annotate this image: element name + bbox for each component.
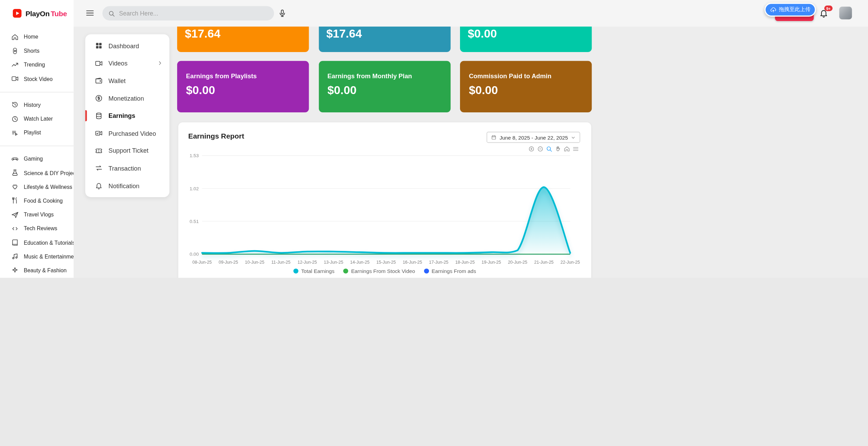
sidebar-item-label: History — [24, 102, 41, 108]
support-ticket-icon — [95, 146, 103, 155]
menu-item-wallet[interactable]: Wallet — [85, 72, 169, 90]
sidebar-item-beauty-fashion[interactable]: Beauty & Fashion — [0, 263, 74, 277]
legend-dot — [424, 268, 429, 273]
menu-item-purchased-video[interactable]: Purchased Video — [85, 124, 169, 142]
sidebar-item-label: Music & Entertainment — [24, 253, 74, 260]
menu-item-earnings[interactable]: Earnings — [85, 107, 169, 125]
summary-card-commission-paid-to-admin: Commission Paid to Admin$0.00 — [460, 61, 592, 112]
sidebar-item-education-tutorials[interactable]: Education & Tutorials — [0, 235, 74, 249]
summary-card-title: Earnings from Monthly Plan — [327, 72, 441, 79]
zoom-out-icon[interactable] — [537, 146, 543, 152]
sidebar-item-home[interactable]: Home — [0, 30, 74, 44]
videos-icon — [95, 59, 103, 68]
earnings-report-card: 0.000.511.021.5308-Jun-2509-Jun-2510-Jun… — [178, 122, 591, 277]
sidebar-item-stock-video[interactable]: Stock Video — [0, 72, 74, 85]
purchased-video-icon — [95, 129, 103, 138]
date-range-value: June 8, 2025 - June 22, 2025 — [500, 134, 568, 141]
sidebar-item-news-commentary[interactable]: News & Commentary — [0, 277, 74, 278]
selection-zoom-icon[interactable] — [546, 146, 552, 152]
legend-item-earnings-from-ads[interactable]: Earnings From ads — [424, 268, 476, 274]
menu-item-label: Dashboard — [109, 42, 139, 49]
sidebar-item-music-entertainment[interactable]: Music & Entertainment — [0, 250, 74, 263]
home-icon — [11, 33, 19, 41]
sidebar-item-label: Stock Video — [24, 76, 53, 82]
zoom-in-icon[interactable] — [528, 146, 535, 152]
chart-legend: Total EarningsEarnings From Stock VideoE… — [178, 268, 591, 274]
chart-menu-icon[interactable] — [572, 146, 579, 152]
svg-text:17-Jun-25: 17-Jun-25 — [429, 260, 448, 265]
sidebar-item-food-cooking[interactable]: Food & Cooking — [0, 194, 74, 207]
notification-icon — [95, 182, 103, 190]
music-icon — [11, 253, 19, 260]
summary-card-value: $17.64 — [185, 27, 301, 41]
sidebar-item-gaming[interactable]: Gaming — [0, 152, 74, 166]
stock-video-icon — [11, 75, 19, 82]
playlist-icon — [11, 129, 19, 136]
calendar-icon — [491, 134, 497, 140]
svg-text:12-Jun-25: 12-Jun-25 — [297, 260, 317, 265]
summary-card-partial: $17.64 — [177, 27, 309, 52]
lifestyle-icon — [11, 183, 19, 191]
sidebar-item-watch-later[interactable]: Watch Later — [0, 112, 74, 125]
pan-icon[interactable] — [555, 146, 561, 152]
earnings-chart[interactable]: 0.000.511.021.5308-Jun-2509-Jun-2510-Jun… — [178, 122, 591, 267]
sidebar-item-travel-vlogs[interactable]: Travel Vlogs — [0, 208, 74, 222]
svg-text:08-Jun-25: 08-Jun-25 — [192, 260, 212, 265]
chevron-down-icon — [571, 135, 575, 140]
gaming-icon — [11, 155, 19, 163]
menu-toggle-button[interactable] — [85, 8, 94, 18]
svg-text:0.51: 0.51 — [190, 219, 199, 224]
menu-item-label: Videos — [109, 60, 127, 67]
date-range-select[interactable]: June 8, 2025 - June 22, 2025 — [487, 132, 580, 143]
chart-toolbar — [528, 146, 579, 152]
legend-dot — [293, 268, 298, 273]
trending-icon — [11, 61, 19, 69]
svg-text:10-Jun-25: 10-Jun-25 — [245, 260, 264, 265]
brand-name: PlayOnTube — [25, 9, 67, 18]
menu-item-label: Transaction — [109, 165, 141, 172]
summary-card-value: $0.00 — [469, 84, 583, 97]
sidebar-item-shorts[interactable]: Shorts — [0, 44, 74, 58]
menu-item-notification[interactable]: Notification — [85, 177, 169, 195]
shorts-icon — [11, 47, 19, 54]
svg-text:22-Jun-25: 22-Jun-25 — [561, 260, 580, 265]
legend-label: Earnings From Stock Video — [351, 268, 415, 274]
summary-card-value: $0.00 — [327, 84, 441, 97]
sidebar-item-lifestyle-wellness[interactable]: Lifestyle & Wellness — [0, 180, 74, 194]
svg-text:19-Jun-25: 19-Jun-25 — [482, 260, 501, 265]
watch-later-icon — [11, 115, 19, 122]
sidebar-item-label: Beauty & Fashion — [24, 267, 67, 274]
svg-text:20-Jun-25: 20-Jun-25 — [508, 260, 527, 265]
svg-text:16-Jun-25: 16-Jun-25 — [403, 260, 422, 265]
legend-item-earnings-from-stock-video[interactable]: Earnings From Stock Video — [343, 268, 415, 274]
mic-button[interactable] — [278, 8, 287, 18]
topbar: 拖拽至此上传 9+ — [0, 0, 868, 27]
play-logo-icon — [12, 8, 23, 19]
upload-drop-badge[interactable]: 拖拽至此上传 — [765, 3, 816, 17]
sidebar-item-history[interactable]: History — [0, 98, 74, 112]
app-logo[interactable]: PlayOnTube — [0, 0, 74, 27]
summary-card-value: $17.64 — [326, 27, 442, 41]
menu-item-label: Wallet — [109, 78, 126, 84]
search-input[interactable] — [119, 10, 268, 17]
search-icon — [108, 10, 115, 17]
svg-text:13-Jun-25: 13-Jun-25 — [324, 260, 343, 265]
sidebar-item-science-diy-projects[interactable]: Science & DIY Projects — [0, 166, 74, 180]
user-avatar[interactable] — [839, 7, 852, 19]
menu-item-support-ticket[interactable]: Support Ticket — [85, 142, 169, 160]
menu-item-videos[interactable]: Videos — [85, 54, 169, 72]
sidebar-item-playlist[interactable]: Playlist — [0, 126, 74, 140]
reset-zoom-icon[interactable] — [563, 146, 570, 152]
svg-text:11-Jun-25: 11-Jun-25 — [272, 260, 290, 265]
menu-item-label: Monetization — [109, 95, 144, 102]
menu-item-transaction[interactable]: Transaction — [85, 160, 169, 177]
svg-text:18-Jun-25: 18-Jun-25 — [455, 260, 474, 265]
search-bar[interactable] — [102, 6, 274, 21]
legend-item-total-earnings[interactable]: Total Earnings — [293, 268, 334, 274]
sidebar-item-trending[interactable]: Trending — [0, 58, 74, 72]
menu-item-monetization[interactable]: Monetization — [85, 90, 169, 107]
summary-card-partial: $17.64 — [319, 27, 450, 52]
sidebar-item-tech-reviews[interactable]: Tech Reviews — [0, 222, 74, 235]
menu-item-dashboard[interactable]: Dashboard — [85, 37, 169, 55]
education-icon — [11, 239, 19, 246]
